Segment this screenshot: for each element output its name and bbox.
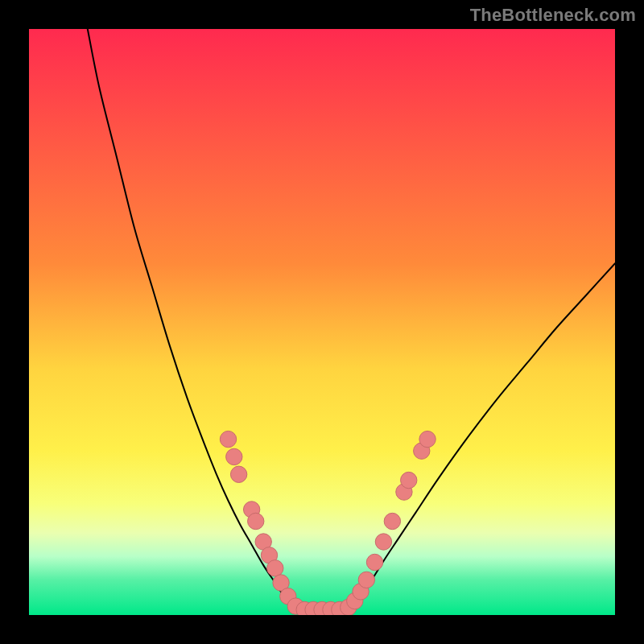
data-point [366,554,382,570]
data-point [419,431,436,447]
data-point [375,534,391,550]
data-point [248,513,264,529]
chart-root: TheBottleneck.com [0,0,644,644]
data-point [226,448,242,464]
chart-svg [29,29,615,615]
chart-background [29,29,615,615]
data-point [230,466,246,482]
plot-area [29,29,615,615]
data-point [401,472,417,488]
data-point [384,513,400,529]
watermark-text: TheBottleneck.com [470,5,636,26]
data-point [220,431,236,447]
data-point [358,572,374,588]
data-point [267,560,283,576]
